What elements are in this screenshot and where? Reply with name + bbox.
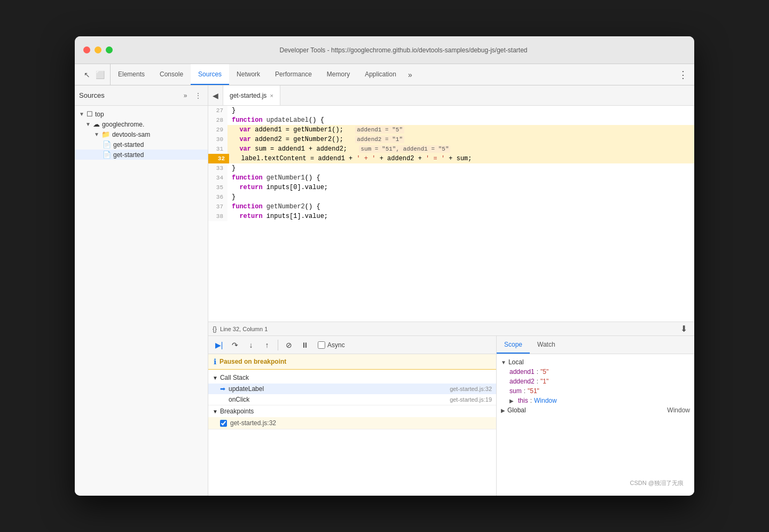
scope-tab-watch[interactable]: Watch xyxy=(530,336,563,354)
debug-right-panel: Scope Watch ▼ Local addend1 : "5" xyxy=(497,336,694,496)
tab-performance[interactable]: Performance xyxy=(268,64,319,85)
debugger-area: ▶| ↷ ↓ ↑ ⊘ ⏸ Async ℹ xyxy=(208,335,694,496)
code-line-34: 34 function getNumber1() { xyxy=(208,173,694,183)
sidebar-more-icon[interactable]: » xyxy=(180,90,191,101)
titlebar: Developer Tools - https://googlechrome.g… xyxy=(75,36,694,64)
inspect-icon[interactable]: ↖ xyxy=(81,69,93,81)
tree-item-top[interactable]: ▼ ☐ top xyxy=(75,109,208,119)
async-checkbox[interactable] xyxy=(318,341,325,349)
debug-toolbar: ▶| ↷ ↓ ↑ ⊘ ⏸ Async xyxy=(208,336,496,354)
scope-item-sum: sum : "51" xyxy=(497,386,694,396)
callstack-item-onclick[interactable]: onClick get-started.js:19 xyxy=(208,394,496,405)
scope-val-this: Window xyxy=(534,397,557,404)
code-line-36: 36 } xyxy=(208,192,694,202)
statusbar-text: Line 32, Column 1 xyxy=(220,326,268,332)
titlebar-url: Developer Tools - https://googlechrome.g… xyxy=(121,46,686,54)
main-area: Sources » ⋮ ▼ ☐ top ▼ ☁ googlechrome. xyxy=(75,85,694,496)
callstack-loc-2: get-started.js:19 xyxy=(450,396,492,403)
devtools-tabbar: ↖ ⬜ Elements Console Sources Network Per… xyxy=(75,64,694,85)
tab-network[interactable]: Network xyxy=(229,64,268,85)
code-line-27: 27 } xyxy=(208,106,694,115)
maximize-button[interactable] xyxy=(106,46,113,53)
step-out-button[interactable]: ↑ xyxy=(261,339,273,351)
callstack-loc-1: get-started.js:32 xyxy=(450,386,492,392)
scope-item-addend2: addend2 : "1" xyxy=(497,377,694,386)
tab-elements[interactable]: Elements xyxy=(111,64,152,85)
scope-key-this: this xyxy=(518,397,528,404)
deactivate-breakpoints-button[interactable]: ⊘ xyxy=(283,339,295,351)
breakpoints-title: Breakpoints xyxy=(220,408,254,415)
code-line-37: 37 function getNumber2() { xyxy=(208,202,694,212)
scope-item-this[interactable]: ▶ this : Window xyxy=(497,396,694,405)
minimize-button[interactable] xyxy=(95,46,101,53)
tree-item-getstarted1[interactable]: 📄 get-started xyxy=(75,139,208,150)
debug-separator xyxy=(278,340,278,350)
sources-sidebar: Sources » ⋮ ▼ ☐ top ▼ ☁ googlechrome. xyxy=(75,85,208,496)
breakpoints-section: ▼ Breakpoints get-started.js:32 xyxy=(208,405,496,429)
breakpoints-header[interactable]: ▼ Breakpoints xyxy=(208,405,496,417)
scope-val-sum: "51" xyxy=(528,387,539,395)
file-tab-name: get-started.js xyxy=(230,92,266,99)
callstack-title: Call Stack xyxy=(220,374,249,381)
devtools-icon-group: ↖ ⬜ xyxy=(77,64,111,85)
file-tabbar: ◀ get-started.js × xyxy=(208,85,694,106)
scope-key-addend2: addend2 xyxy=(509,378,535,385)
scope-val-addend2: "1" xyxy=(540,378,548,385)
pause-on-exceptions-button[interactable]: ⏸ xyxy=(299,339,311,351)
callstack-fn-2: onClick xyxy=(229,396,249,403)
breakpoint-item-1[interactable]: get-started.js:32 xyxy=(208,417,496,429)
device-icon[interactable]: ⬜ xyxy=(94,69,106,81)
tree-item-googlechrome[interactable]: ▼ ☁ googlechrome. xyxy=(75,119,208,129)
code-line-33: 33 } xyxy=(208,163,694,173)
debug-panel: ▼ Call Stack ➡ updateLabel get-started.j… xyxy=(208,370,496,496)
scope-global-title: Global xyxy=(507,406,526,414)
resume-button[interactable]: ▶| xyxy=(213,339,225,351)
async-label: Async xyxy=(318,341,345,349)
code-line-32: 32 label.textContent = addend1 + ' + ' +… xyxy=(208,154,694,163)
callstack-section: ▼ Call Stack ➡ updateLabel get-started.j… xyxy=(208,372,496,405)
tree-item-devtools[interactable]: ▼ 📁 devtools-sam xyxy=(75,129,208,139)
code-line-35: 35 return inputs[0].value; xyxy=(208,183,694,192)
breakpoint-checkbox-1[interactable] xyxy=(220,420,227,427)
statusbar-console-icon[interactable]: ⬇ xyxy=(677,323,690,335)
async-text: Async xyxy=(327,341,345,349)
step-into-button[interactable]: ↓ xyxy=(245,339,257,351)
code-line-28: 28 function updateLabel() { xyxy=(208,115,694,125)
close-button[interactable] xyxy=(83,46,90,53)
sidebar-menu-icon[interactable]: ⋮ xyxy=(193,90,203,101)
callstack-header[interactable]: ▼ Call Stack xyxy=(208,372,496,384)
breakpoint-label-1: get-started.js:32 xyxy=(230,419,276,427)
scope-item-addend1: addend1 : "5" xyxy=(497,367,694,377)
tab-application[interactable]: Application xyxy=(357,64,404,85)
step-over-button[interactable]: ↷ xyxy=(229,339,241,351)
tree-item-getstarted2[interactable]: 📄 get-started xyxy=(75,150,208,160)
tab-options-icon[interactable]: ⋮ xyxy=(674,64,692,85)
scope-global-value: Window xyxy=(667,406,690,414)
file-tab-getstarted[interactable]: get-started.js × xyxy=(223,85,280,105)
statusbar: {} Line 32, Column 1 ⬇ xyxy=(208,322,694,335)
watermark: CSDN @独泪了无痕 xyxy=(630,479,684,487)
code-line-29: 29 var addend1 = getNumber1(); addend1 =… xyxy=(208,125,694,135)
file-nav-back[interactable]: ◀ xyxy=(208,85,223,105)
paused-text: Paused on breakpoint xyxy=(219,358,286,365)
tab-sources[interactable]: Sources xyxy=(191,64,229,85)
debug-left-panel: ▶| ↷ ↓ ↑ ⊘ ⏸ Async ℹ xyxy=(208,336,497,496)
sidebar-tree: ▼ ☐ top ▼ ☁ googlechrome. ▼ 📁 devtools-s… xyxy=(75,106,208,496)
scope-global-group[interactable]: ▶ Global Window xyxy=(497,405,694,415)
scope-val-addend1: "5" xyxy=(540,368,548,375)
code-editor[interactable]: 27 } 28 function updateLabel() { 29 var … xyxy=(208,106,694,322)
callstack-fn-1: updateLabel xyxy=(229,385,264,393)
tab-memory[interactable]: Memory xyxy=(319,64,357,85)
statusbar-icon: {} xyxy=(213,325,217,333)
scope-tab-scope[interactable]: Scope xyxy=(497,336,530,354)
right-content: ◀ get-started.js × 27 } 28 function upda… xyxy=(208,85,694,496)
file-tab-close[interactable]: × xyxy=(270,92,273,99)
tab-console[interactable]: Console xyxy=(152,64,191,85)
tab-more-icon[interactable]: » xyxy=(404,64,417,85)
scope-key-sum: sum xyxy=(509,387,522,395)
scope-key-addend1: addend1 xyxy=(509,368,535,375)
scope-local-group[interactable]: ▼ Local xyxy=(497,357,694,367)
callstack-item-updatelabel[interactable]: ➡ updateLabel get-started.js:32 xyxy=(208,384,496,394)
traffic-lights xyxy=(83,46,113,53)
sidebar-header-icons: » ⋮ xyxy=(180,90,203,101)
